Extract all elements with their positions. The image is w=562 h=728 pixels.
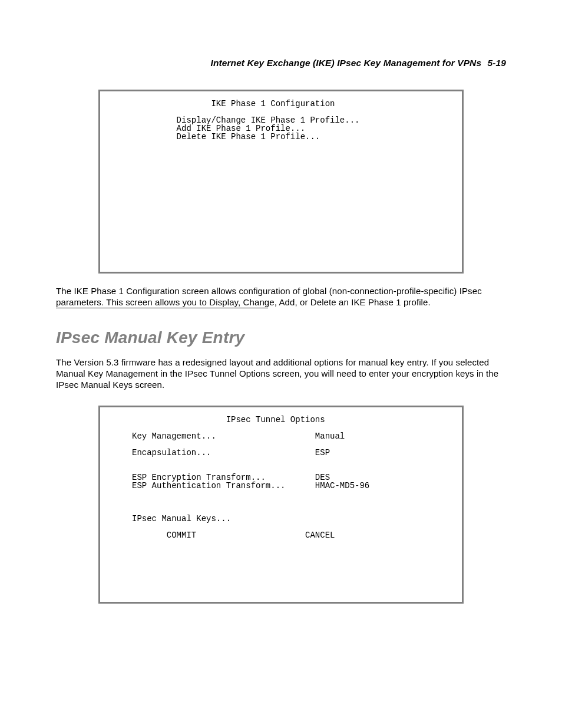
terminal2-row-label: ESP Authentication Transform... xyxy=(107,481,315,490)
terminal2-row-value: HMAC-MD5-96 xyxy=(315,481,369,490)
header-page-number: 5-19 xyxy=(488,58,506,68)
running-header: Internet Key Exchange (IKE) IPsec Key Ma… xyxy=(56,58,506,68)
terminal-content: IPsec Tunnel Options Key Management... M… xyxy=(100,407,462,548)
terminal2-row-label: Encapsulation... xyxy=(107,448,315,457)
terminal2-row-label: Key Management... xyxy=(107,431,315,441)
terminal-ike-phase1: IKE Phase 1 Configuration Display/Change… xyxy=(98,90,464,274)
terminal1-item: Delete IKE Phase 1 Profile... xyxy=(107,132,320,141)
terminal2-title: IPsec Tunnel Options xyxy=(107,415,325,424)
document-page: Internet Key Exchange (IKE) IPsec Key Ma… xyxy=(0,0,562,728)
terminal2-row-value: ESP xyxy=(315,448,330,457)
section-heading: IPsec Manual Key Entry xyxy=(56,328,506,347)
paragraph-2: The Version 5.3 firmware has a redesigne… xyxy=(56,357,506,390)
terminal1-title: IKE Phase 1 Configuration xyxy=(107,99,335,108)
commit-button: COMMIT xyxy=(107,531,305,540)
paragraph-1: The IKE Phase 1 Configuration screen all… xyxy=(56,285,506,308)
terminal2-row-label: IPsec Manual Keys... xyxy=(107,514,231,523)
terminal2-row-value: Manual xyxy=(315,431,345,441)
section-rule xyxy=(56,308,268,308)
cancel-button: CANCEL xyxy=(305,531,335,540)
terminal-ipsec-tunnel: IPsec Tunnel Options Key Management... M… xyxy=(98,406,464,604)
terminal-content: IKE Phase 1 Configuration Display/Change… xyxy=(100,91,462,149)
header-title: Internet Key Exchange (IKE) IPsec Key Ma… xyxy=(210,58,481,68)
